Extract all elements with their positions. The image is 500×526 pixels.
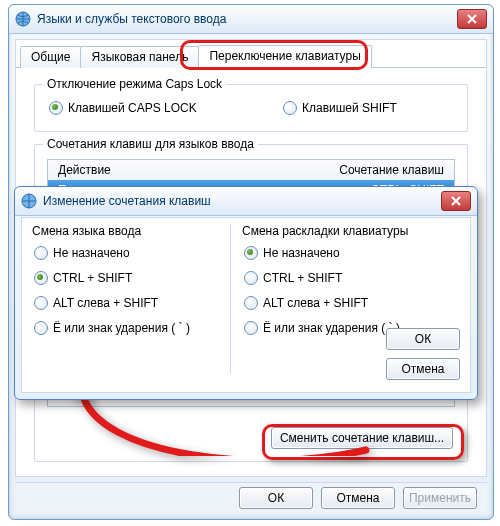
apply-button: Применить: [403, 487, 477, 509]
radio-icon: [244, 321, 258, 335]
layout-heading: Смена раскладки клавиатуры: [242, 224, 452, 238]
modal-title: Изменение сочетания клавиш: [43, 194, 441, 208]
radio-icon: [244, 271, 258, 285]
main-title: Языки и службы текстового ввода: [37, 12, 457, 26]
input-language-group: Смена языка ввода Не назначено CTRL + SH…: [32, 222, 222, 335]
layout-group: Смена раскладки клавиатуры Не назначено …: [242, 222, 452, 335]
close-icon[interactable]: [441, 191, 471, 211]
capslock-legend: Отключение режима Caps Lock: [43, 77, 226, 91]
cancel-button[interactable]: Отмена: [321, 487, 395, 509]
modal-ok-button[interactable]: ОК: [386, 328, 460, 350]
modal-titlebar[interactable]: Изменение сочетания клавиш: [15, 187, 477, 216]
radio-shift-key[interactable]: Клавишей SHIFT: [283, 101, 397, 115]
hotkeys-legend: Сочетания клавиш для языков ввода: [43, 137, 258, 151]
capslock-groupbox: Отключение режима Caps Lock Клавишей CAP…: [34, 84, 468, 132]
radio-icon: [49, 101, 63, 115]
app-icon: [15, 11, 31, 27]
modal-client: Смена языка ввода Не назначено CTRL + SH…: [21, 217, 471, 393]
radio-icon: [244, 296, 258, 310]
modal-button-bar: ОК Отмена: [386, 328, 460, 380]
lang-opt-none[interactable]: Не назначено: [34, 246, 222, 260]
radio-icon: [283, 101, 297, 115]
tab-langbar[interactable]: Языковая панель: [80, 46, 199, 68]
radio-icon: [244, 246, 258, 260]
radio-icon: [34, 246, 48, 260]
lang-opt-alt-shift[interactable]: ALT слева + SHIFT: [34, 296, 222, 310]
main-titlebar[interactable]: Языки и службы текстового ввода: [9, 5, 493, 34]
app-icon: [21, 193, 37, 209]
layout-opt-none[interactable]: Не назначено: [244, 246, 452, 260]
radio-icon: [34, 296, 48, 310]
radio-capslock-key[interactable]: Клавишей CAPS LOCK: [49, 101, 197, 115]
lang-opt-ctrl-shift[interactable]: CTRL + SHIFT: [34, 271, 222, 285]
tab-strip: Общие Языковая панель Переключение клави…: [16, 40, 486, 68]
col-action: Действие: [58, 163, 111, 177]
radio-icon: [34, 321, 48, 335]
divider: [230, 224, 231, 374]
close-icon[interactable]: [457, 9, 487, 29]
layout-opt-ctrl-shift[interactable]: CTRL + SHIFT: [244, 271, 452, 285]
ok-button[interactable]: ОК: [239, 487, 313, 509]
lang-opt-grave[interactable]: Ё или знак ударения ( ` ): [34, 321, 222, 335]
col-keys: Сочетание клавиш: [339, 163, 444, 177]
hotkeys-table-header: Действие Сочетание клавиш: [47, 159, 455, 180]
input-language-heading: Смена языка ввода: [32, 224, 222, 238]
main-button-bar: ОК Отмена Применить: [15, 482, 487, 513]
layout-opt-alt-shift[interactable]: ALT слева + SHIFT: [244, 296, 452, 310]
change-hotkey-dialog: Изменение сочетания клавиш Смена языка в…: [14, 186, 478, 400]
tab-general[interactable]: Общие: [20, 46, 81, 68]
tab-keyboard-switch[interactable]: Переключение клавиатуры: [198, 45, 371, 68]
radio-icon: [34, 271, 48, 285]
modal-cancel-button[interactable]: Отмена: [386, 358, 460, 380]
change-hotkey-button[interactable]: Сменить сочетание клавиш...: [271, 427, 453, 449]
